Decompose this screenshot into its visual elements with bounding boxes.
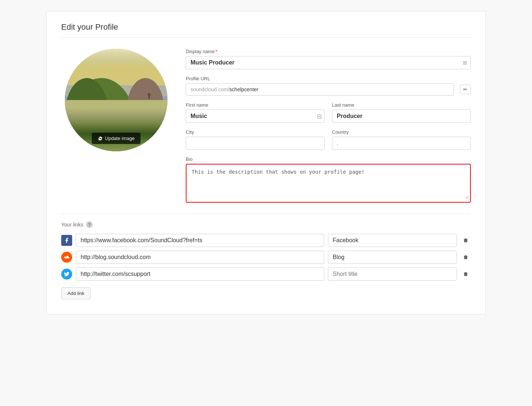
name-row: First name ⊟ Last name [186,102,471,123]
last-name-input[interactable] [332,110,471,123]
svg-point-16 [119,127,121,128]
blog-title-input[interactable] [328,251,457,264]
delete-twitter-button[interactable] [461,270,471,278]
add-link-button[interactable]: Add link [61,287,90,299]
first-name-input[interactable] [186,110,325,123]
update-image-label: Update image [105,136,135,141]
profile-url-label: Profile URL [186,76,471,81]
facebook-url-input[interactable] [76,234,324,247]
profile-url-value: schelpcenter [229,86,449,92]
display-name-input[interactable] [186,56,471,69]
profile-url-group: Profile URL soundcloud.com/ schelpcenter… [186,76,471,96]
svg-point-10 [115,53,117,55]
link-row-facebook [61,234,471,247]
facebook-title-input[interactable] [328,234,457,247]
profile-url-prefix: soundcloud.com/ [191,86,229,92]
city-group: City [186,129,325,150]
first-name-group: First name ⊟ [186,102,325,123]
country-input[interactable] [332,137,471,150]
avatar-circle: Update image [65,49,167,151]
city-input[interactable] [186,137,325,150]
twitter-title-input[interactable] [328,267,457,281]
help-icon[interactable]: ? [86,221,93,228]
display-name-label: Display name* [186,49,471,54]
location-row: City Country [186,129,471,150]
facebook-icon [61,235,72,246]
svg-rect-18 [148,96,150,99]
last-name-group: Last name [332,102,471,123]
main-section: Update image Display name* ⊞ Profile URL [61,49,471,203]
svg-point-7 [127,78,164,137]
bio-wrapper [186,164,471,203]
avatar-section: Update image [61,49,171,203]
blog-url-input[interactable] [76,251,324,264]
city-label: City [186,129,325,135]
delete-facebook-button[interactable] [461,236,471,245]
svg-point-14 [89,125,92,127]
facebook-logo [64,237,70,243]
link-row-blog [61,251,471,264]
edit-url-button[interactable]: ✏ [460,85,471,94]
update-image-button[interactable]: Update image [92,133,141,144]
twitter-icon [61,269,72,280]
form-section: Display name* ⊞ Profile URL soundcloud.c… [186,49,471,203]
soundcloud-icon [61,252,72,263]
svg-point-12 [156,52,157,53]
camera-icon [98,136,103,141]
bio-label: Bio [186,156,471,162]
your-links-header: Your links ? [61,221,471,228]
delete-blog-button[interactable] [461,253,471,262]
soundcloud-logo [64,254,70,260]
page-title: Edit your Profile [61,22,471,38]
svg-point-11 [137,57,139,59]
display-name-wrapper: ⊞ [186,56,471,69]
twitter-logo [64,271,70,277]
your-links-section: Your links ? [61,214,471,299]
link-row-twitter [61,267,471,281]
twitter-url-input[interactable] [76,267,324,281]
country-label: Country [332,129,471,135]
country-group: Country [332,129,471,150]
svg-point-8 [79,55,80,57]
bio-group: Bio [186,156,471,203]
svg-point-17 [148,93,151,96]
svg-rect-1 [65,49,167,67]
last-name-label: Last name [332,102,471,108]
trash-icon-twitter [463,271,469,277]
trash-icon-blog [463,254,469,260]
first-name-wrapper: ⊟ [186,110,325,123]
first-name-label: First name [186,102,325,108]
svg-point-9 [93,59,95,60]
trash-icon-facebook [463,237,469,243]
profile-url-display: soundcloud.com/ schelpcenter [186,83,454,96]
page-container: Edit your Profile [46,11,486,314]
your-links-label: Your links [61,222,83,228]
bio-textarea[interactable] [188,166,469,199]
display-name-group: Display name* ⊞ [186,49,471,69]
autofill-icon[interactable]: ⊞ [463,60,467,66]
svg-point-13 [75,128,77,130]
first-name-autofill-icon[interactable]: ⊟ [317,113,322,120]
